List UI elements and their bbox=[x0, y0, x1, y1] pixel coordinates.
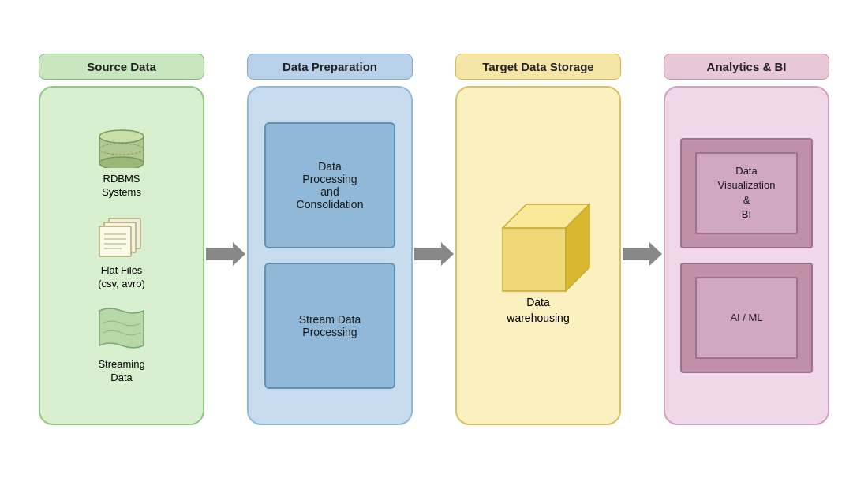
rdbms-icon bbox=[93, 125, 150, 168]
ai-ml-label: AI / ML bbox=[730, 312, 762, 323]
stream-data-box: Stream Data Processing bbox=[264, 263, 395, 389]
data-processing-label: Data Processing and Consolidation bbox=[297, 160, 364, 211]
arrow-3 bbox=[621, 241, 664, 267]
source-data-body: RDBMSSystems Flat Files(csv, av bbox=[39, 86, 204, 425]
svg-rect-6 bbox=[99, 226, 131, 256]
data-preparation-column: Data Preparation Data Processing and Con… bbox=[247, 54, 413, 425]
cube-icon bbox=[479, 185, 597, 311]
source-data-header: Source Data bbox=[39, 54, 204, 80]
rdbms-label: RDBMSSystems bbox=[102, 173, 141, 200]
arrow-1-icon bbox=[206, 241, 245, 267]
target-data-storage-column: Target Data Storage Datawarehousing bbox=[455, 54, 621, 425]
flat-files-label: Flat Files(csv, avro) bbox=[98, 264, 145, 291]
data-preparation-body: Data Processing and Consolidation Stream… bbox=[247, 86, 413, 425]
arrow-2 bbox=[413, 241, 455, 267]
analytics-bi-column: Analytics & BI Data Visualization & BI A… bbox=[664, 54, 829, 425]
analytics-bi-body: Data Visualization & BI AI / ML bbox=[664, 86, 829, 425]
data-warehouse-label: Datawarehousing bbox=[507, 295, 569, 326]
streaming-item: StreamingData bbox=[93, 304, 150, 385]
flat-files-item: Flat Files(csv, avro) bbox=[93, 214, 150, 291]
arrow-1 bbox=[204, 241, 247, 267]
flat-files-icon bbox=[93, 214, 150, 260]
svg-point-1 bbox=[99, 157, 144, 168]
svg-marker-16 bbox=[623, 242, 662, 266]
svg-point-2 bbox=[99, 130, 144, 143]
data-viz-inner: Data Visualization & BI bbox=[695, 152, 798, 234]
ai-ml-outer: AI / ML bbox=[680, 263, 813, 373]
svg-marker-12 bbox=[414, 242, 454, 266]
rdbms-item: RDBMSSystems bbox=[93, 125, 150, 200]
arrow-2-icon bbox=[414, 241, 454, 267]
analytics-bi-header: Analytics & BI bbox=[664, 54, 829, 80]
target-data-storage-body: Datawarehousing bbox=[455, 86, 621, 425]
data-viz-outer: Data Visualization & BI bbox=[680, 138, 813, 248]
main-diagram: Source Data RDBMSSystems bbox=[16, 14, 852, 464]
source-data-column: Source Data RDBMSSystems bbox=[39, 54, 204, 425]
data-preparation-header: Data Preparation bbox=[247, 54, 413, 80]
svg-marker-13 bbox=[503, 228, 566, 291]
stream-data-label: Stream Data Processing bbox=[299, 313, 361, 338]
arrow-3-icon bbox=[623, 241, 662, 267]
ai-ml-inner: AI / ML bbox=[695, 277, 798, 359]
data-processing-box: Data Processing and Consolidation bbox=[264, 122, 395, 248]
streaming-label: StreamingData bbox=[98, 358, 144, 385]
streaming-icon bbox=[93, 304, 150, 353]
data-warehouse-container: Datawarehousing bbox=[479, 185, 597, 326]
target-data-storage-header: Target Data Storage bbox=[455, 54, 621, 80]
data-viz-label: Data Visualization & BI bbox=[718, 164, 776, 222]
svg-marker-11 bbox=[206, 242, 245, 266]
